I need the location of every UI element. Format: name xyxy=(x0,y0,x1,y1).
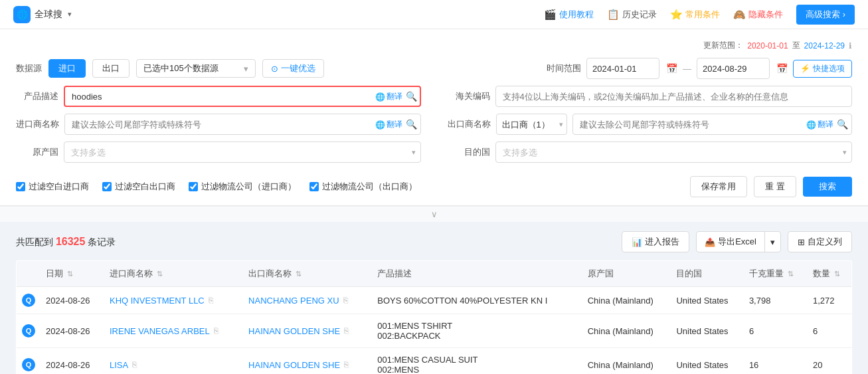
filter-row: 过滤空白进口商 过滤空白出口商 过滤物流公司（进口商） 过滤物流公司（出口商） xyxy=(16,181,417,193)
search-row-btn-2[interactable]: Q xyxy=(22,358,35,371)
search-panel: 更新范围： 2020-01-01 至 2024-12-29 ℹ 数据源 进口 出… xyxy=(0,29,868,206)
product-desc-input-wrap: 🌐 翻译 🔍 xyxy=(64,86,421,107)
th-importer-label: 进口商名称 xyxy=(110,268,153,278)
filter-logistics-export-checkbox[interactable]: 过滤物流公司（出口商） xyxy=(309,181,417,193)
importer-translate-btn[interactable]: 🌐 翻译 xyxy=(375,119,402,130)
datasource-label: 数据源 xyxy=(16,62,42,74)
export-tab[interactable]: 出口 xyxy=(92,59,130,78)
th-quantity: 数量 ⇅ xyxy=(808,261,852,287)
time-end-input[interactable] xyxy=(697,58,770,79)
quick-select-btn[interactable]: ⚡ 快捷选项 xyxy=(793,60,852,78)
dest-country-label: 目的国 xyxy=(448,146,490,158)
filter-importer-input[interactable] xyxy=(16,182,25,191)
cell-quantity-2: 20 xyxy=(808,348,852,375)
onekey-label: 一键优选 xyxy=(281,62,315,74)
sort-quantity-icon[interactable]: ⇅ xyxy=(834,270,840,278)
importer-translate-label: 翻译 xyxy=(387,119,402,130)
sort-importer-icon[interactable]: ⇅ xyxy=(157,270,163,278)
search-row-btn-1[interactable]: Q xyxy=(22,324,35,337)
update-range-row: 更新范围： 2020-01-01 至 2024-12-29 ℹ xyxy=(16,40,852,51)
cell-product-2: 001:MENS CASUAL SUIT 002:MENS xyxy=(372,348,582,375)
importer-link-1[interactable]: IRENE VANEGAS ARBEL xyxy=(110,326,210,336)
datasource-selector[interactable]: 已选中105个数据源 ▾ xyxy=(136,59,256,78)
dest-country-select-wrap: 支持多选 ▾ xyxy=(495,141,853,163)
nav-dropdown-icon[interactable]: ▾ xyxy=(68,10,72,19)
datasource-selected-text: 已选中105个数据源 xyxy=(143,62,218,74)
export-excel-btn[interactable]: 📤 导出Excel ▾ xyxy=(696,231,781,252)
excel-dropdown-btn[interactable]: ▾ xyxy=(765,233,780,251)
filter-exporter-checkbox[interactable]: 过滤空白出口商 xyxy=(102,181,175,193)
sort-weight-icon[interactable]: ⇅ xyxy=(788,270,794,278)
import-tab[interactable]: 进口 xyxy=(48,59,86,78)
time-start-input[interactable] xyxy=(586,58,659,79)
copy-exporter-icon-0[interactable]: ⎘ xyxy=(343,296,348,305)
cell-origin-0: China (Mainland) xyxy=(582,287,671,314)
action-row: 保存常用 重 置 搜索 xyxy=(690,176,852,197)
filter-importer-checkbox[interactable]: 过滤空白进口商 xyxy=(16,181,89,193)
star-icon: ⭐ xyxy=(670,9,683,21)
origin-country-label: 原产国 xyxy=(16,146,58,158)
onekey-btn[interactable]: ⊙ 一键优选 xyxy=(262,59,324,78)
product-desc-input[interactable] xyxy=(64,86,421,107)
enter-report-btn[interactable]: 📊 进入报告 xyxy=(622,231,689,252)
copy-exporter-icon-2[interactable]: ⎘ xyxy=(344,360,349,369)
collapse-toggle[interactable]: ∨ xyxy=(0,206,868,222)
cell-weight-2: 16 xyxy=(744,348,808,375)
excel-dropdown-icon: ▾ xyxy=(770,237,775,247)
exporter-link-1[interactable]: HAINAN GOLDEN SHE xyxy=(248,326,340,336)
table-header-row: 日期 ⇅ 进口商名称 ⇅ 出口商名称 ⇅ 产品描述 原产国 目的国 千克重量 ⇅ xyxy=(17,261,852,287)
origin-country-select[interactable]: 支持多选 xyxy=(64,141,421,163)
update-start-date: 2020-01-01 xyxy=(747,41,788,50)
th-date: 日期 ⇅ xyxy=(41,261,104,287)
cell-date-2: 2024-08-26 xyxy=(41,348,104,375)
filter-logistics-import-checkbox[interactable]: 过滤物流公司（进口商） xyxy=(189,181,296,193)
importer-link-0[interactable]: KHQ INVESTMENT LLC xyxy=(110,296,205,306)
exporter-search-icon[interactable]: 🔍 xyxy=(837,119,848,130)
importer-search-icon[interactable]: 🔍 xyxy=(406,119,417,130)
copy-importer-icon-2[interactable]: ⎘ xyxy=(132,360,137,369)
advanced-label: 高级搜索 › xyxy=(806,9,845,21)
sort-exporter-icon[interactable]: ⇅ xyxy=(296,270,302,278)
customize-col-btn[interactable]: ⊞ 自定义列 xyxy=(788,231,852,252)
common-btn[interactable]: ⭐ 常用条件 xyxy=(670,9,720,21)
customs-input[interactable] xyxy=(495,86,853,107)
dest-country-select[interactable]: 支持多选 xyxy=(495,141,853,163)
results-actions: 📊 进入报告 📤 导出Excel ▾ ⊞ 自定义列 xyxy=(622,231,852,252)
product-translate-btn[interactable]: 🌐 翻译 xyxy=(375,91,402,102)
importer-link-2[interactable]: LISA xyxy=(110,360,128,370)
hidden-btn[interactable]: 🙈 隐藏条件 xyxy=(733,9,783,21)
report-icon: 📊 xyxy=(632,237,642,247)
eye-icon: 🙈 xyxy=(733,9,746,21)
filter-exporter-input[interactable] xyxy=(102,182,112,191)
excel-main-part[interactable]: 📤 导出Excel xyxy=(697,232,765,252)
search-btn[interactable]: 搜索 xyxy=(803,177,852,197)
th-search xyxy=(17,261,41,287)
calendar-icon-end: 📅 xyxy=(776,63,788,74)
cell-product-0: BOYS 60%COTTON 40%POLYESTER KN I xyxy=(372,287,582,314)
exporter-translate-btn[interactable]: 🌐 翻译 xyxy=(806,119,833,130)
cell-exporter-1: HAINAN GOLDEN SHE ⎘ xyxy=(243,314,372,348)
copy-exporter-icon-1[interactable]: ⎘ xyxy=(344,326,349,335)
importer-input[interactable] xyxy=(64,114,421,135)
product-search-icon[interactable]: 🔍 xyxy=(406,91,417,102)
filter-logistics-export-input[interactable] xyxy=(309,182,319,191)
translate-icon3: 🌐 xyxy=(806,120,816,129)
common-label: 常用条件 xyxy=(685,9,720,21)
tutorial-btn[interactable]: 🎬 使用教程 xyxy=(544,9,594,21)
translate-icon: 🌐 xyxy=(375,92,385,101)
sort-date-icon[interactable]: ⇅ xyxy=(67,270,73,278)
copy-importer-icon-0[interactable]: ⎘ xyxy=(209,296,213,305)
search-row-btn-0[interactable]: Q xyxy=(22,294,35,307)
exporter-type-select[interactable]: 出口商（1） xyxy=(496,114,567,135)
save-btn[interactable]: 保存常用 xyxy=(690,176,747,197)
advanced-search-btn[interactable]: 高级搜索 › xyxy=(796,5,855,25)
exporter-input-wrap: 🌐 翻译 🔍 xyxy=(572,114,853,135)
history-btn[interactable]: 📋 历史记录 xyxy=(607,9,657,21)
filter-logistics-import-input[interactable] xyxy=(189,182,198,191)
exporter-link-2[interactable]: HAINAN GOLDEN SHE xyxy=(248,360,340,370)
cell-search-0: Q xyxy=(17,287,41,314)
th-quantity-label: 数量 xyxy=(813,268,830,278)
exporter-link-0[interactable]: NANCHANG PENG XU xyxy=(248,296,339,306)
copy-importer-icon-1[interactable]: ⎘ xyxy=(214,326,218,335)
reset-btn[interactable]: 重 置 xyxy=(754,176,796,197)
